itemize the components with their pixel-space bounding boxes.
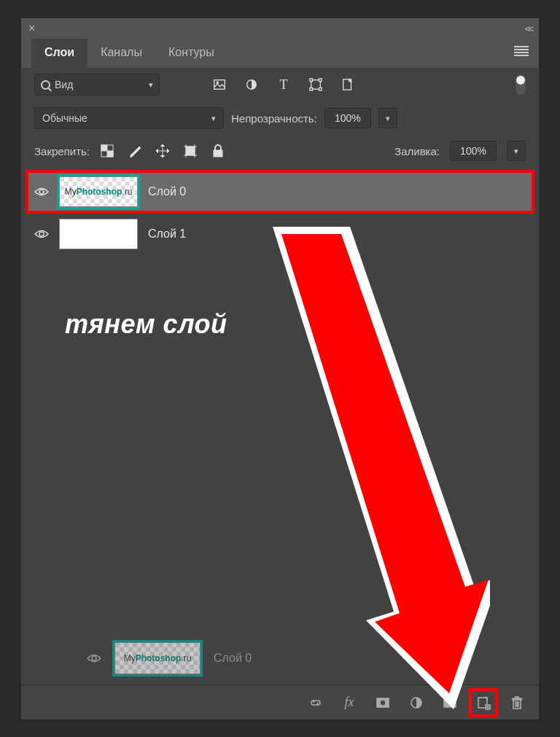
visibility-toggle-icon [87, 652, 101, 664]
layer-thumbnail[interactable] [59, 219, 138, 249]
blend-mode-value: Обычные [42, 112, 88, 124]
layer-name[interactable]: Слой 1 [148, 227, 186, 241]
search-icon [41, 80, 50, 90]
svg-point-20 [39, 190, 44, 194]
layers-list: MyPhotoshop.ru Слой 0 Слой 1 тянем слой … [21, 167, 539, 685]
layer-thumbnail: MyPhotoshop.ru [114, 642, 201, 674]
lock-transparency-icon[interactable] [100, 144, 114, 158]
filter-smart-icon[interactable] [341, 77, 355, 92]
chevron-down-icon: ▾ [514, 147, 518, 156]
filter-adjustment-icon[interactable] [244, 77, 259, 92]
fill-dropdown[interactable]: ▾ [507, 141, 526, 161]
link-layers-icon[interactable] [306, 693, 326, 713]
panel-tabs: Слои Каналы Контуры [21, 39, 539, 68]
layer-row[interactable]: Слой 1 [21, 214, 539, 254]
lock-all-icon[interactable] [211, 144, 225, 158]
filter-icons: T [212, 77, 355, 92]
fill-label: Заливка: [394, 145, 440, 157]
svg-point-1 [217, 82, 218, 83]
lock-row: Закрепить: Заливка: 100% ▾ [21, 135, 539, 167]
layer-name[interactable]: Слой 0 [148, 185, 186, 198]
filter-kind-select[interactable]: Вид ▾ [34, 74, 160, 95]
close-icon[interactable]: × [28, 22, 35, 35]
panel-body: Вид ▾ T Обычные ▾ Непрозрачность: 100% ▾ [21, 68, 539, 720]
visibility-toggle-icon[interactable] [34, 228, 49, 240]
blend-mode-select[interactable]: Обычные ▾ [34, 107, 224, 129]
drag-ghost: MyPhotoshop.ru Слой 0 [87, 642, 252, 674]
filter-pixel-icon[interactable] [212, 77, 227, 92]
svg-rect-19 [214, 150, 222, 157]
svg-rect-10 [101, 145, 107, 151]
filter-row: Вид ▾ T [21, 68, 539, 101]
layer-name: Слой 0 [214, 652, 252, 665]
thumbnail-text: MyPhotoshop.ru [65, 187, 133, 197]
chevron-down-icon: ▾ [149, 80, 153, 90]
lock-icons [100, 144, 225, 158]
svg-rect-11 [107, 151, 113, 157]
collapse-icon[interactable]: << [525, 23, 532, 34]
chevron-down-icon: ▾ [211, 114, 216, 123]
chevron-down-icon: ▾ [386, 114, 390, 123]
opacity-input[interactable]: 100% [324, 108, 371, 128]
svg-point-24 [380, 700, 386, 706]
lock-position-icon[interactable] [155, 144, 170, 158]
annotation-text: тянем слой [65, 309, 228, 340]
lock-artboard-icon[interactable] [183, 144, 198, 158]
filter-shape-icon[interactable] [308, 77, 323, 92]
layer-style-icon[interactable]: fx [339, 693, 359, 713]
panel-titlebar: × << [21, 18, 539, 39]
filter-toggle[interactable] [516, 74, 526, 95]
svg-rect-6 [310, 88, 313, 91]
fill-input[interactable]: 100% [450, 141, 497, 161]
svg-rect-5 [319, 79, 322, 82]
adjustment-layer-icon[interactable] [406, 693, 427, 713]
panel-menu-icon[interactable] [514, 46, 529, 56]
layers-panel: × << Слои Каналы Контуры Вид ▾ T [20, 17, 540, 720]
layer-thumbnail[interactable]: MyPhotoshop.ru [59, 176, 138, 207]
svg-rect-4 [310, 79, 313, 82]
visibility-toggle-icon[interactable] [34, 186, 49, 198]
svg-point-21 [39, 232, 44, 236]
thumbnail-text: MyPhotoshop.ru [124, 653, 192, 663]
svg-rect-14 [186, 147, 195, 155]
svg-rect-0 [214, 80, 225, 90]
layer-row[interactable]: MyPhotoshop.ru Слой 0 [27, 171, 533, 212]
svg-rect-7 [319, 88, 322, 91]
filter-kind-label: Вид [55, 79, 73, 90]
svg-point-22 [92, 656, 96, 660]
new-layer-icon[interactable] [473, 693, 494, 713]
opacity-label: Непрозрачность: [231, 112, 317, 125]
lock-pixels-icon[interactable] [128, 144, 142, 158]
layers-footer: fx [21, 685, 539, 720]
delete-layer-icon[interactable] [507, 693, 527, 713]
tab-paths[interactable]: Контуры [155, 39, 228, 68]
lock-label: Закрепить: [34, 145, 90, 157]
blend-row: Обычные ▾ Непрозрачность: 100% ▾ [21, 101, 539, 135]
opacity-dropdown[interactable]: ▾ [378, 108, 397, 128]
tab-layers[interactable]: Слои [31, 39, 88, 68]
new-group-icon[interactable] [440, 693, 460, 713]
tab-channels[interactable]: Каналы [88, 39, 155, 68]
layer-mask-icon[interactable] [373, 693, 393, 713]
svg-rect-35 [516, 697, 518, 698]
filter-type-icon[interactable]: T [276, 77, 291, 92]
